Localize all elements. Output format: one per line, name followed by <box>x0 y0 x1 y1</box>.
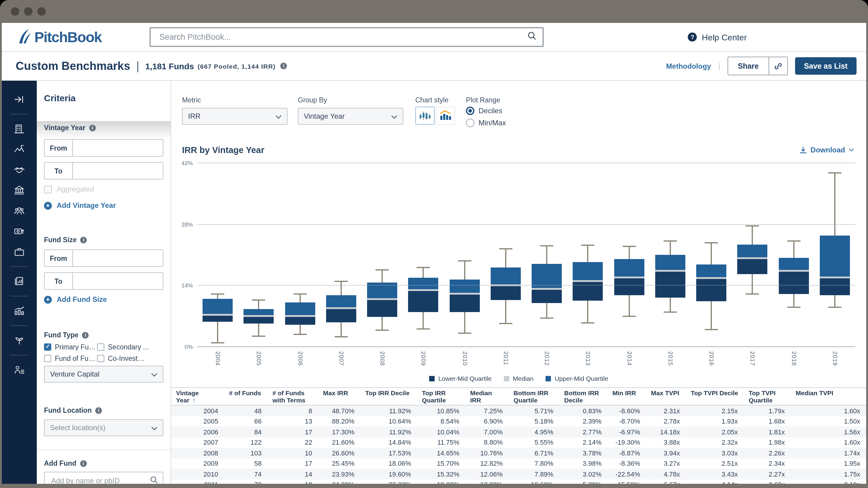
cell-of-funds[interactable]: 84 <box>224 427 268 437</box>
window-control-dot[interactable] <box>11 7 19 16</box>
info-icon[interactable] <box>81 236 87 243</box>
column-header-of-funds-with-terms[interactable]: # of Funds with Terms <box>268 388 318 405</box>
cell-of-funds[interactable]: 58 <box>224 458 268 469</box>
search-icon[interactable] <box>528 31 537 43</box>
download-button[interactable]: Download <box>799 146 854 154</box>
sidebar-item-people[interactable] <box>9 201 30 221</box>
column-header-median-irr[interactable]: Median IRR <box>465 388 509 405</box>
sidebar-item-companies[interactable] <box>9 119 30 139</box>
window-control-dot[interactable] <box>24 7 33 16</box>
window-control-dot[interactable] <box>37 7 46 16</box>
box-plot-2011[interactable] <box>491 163 521 347</box>
fund-size-from-input[interactable] <box>73 250 163 266</box>
column-header-of-funds[interactable]: # of Funds <box>224 388 268 405</box>
sidebar-item-funds[interactable] <box>9 221 30 241</box>
box-plot-2019[interactable] <box>820 163 850 347</box>
sort-ascending-icon[interactable]: ↑ <box>192 396 195 403</box>
fund-size-to-input[interactable] <box>73 273 163 289</box>
sidebar-item-limited-partners[interactable] <box>9 180 30 201</box>
fund-type-option-secondary[interactable]: Secondary ... <box>97 344 149 351</box>
global-search[interactable] <box>150 27 544 47</box>
cell-of-funds[interactable]: 103 <box>224 448 268 458</box>
table-row[interactable]: 200448848.70%11.92%10.85%7.25%5.71%0.83%… <box>171 405 866 416</box>
box-plot-2007[interactable] <box>326 163 356 347</box>
fund-location-dropdown[interactable]: Select location(s) <box>44 419 163 436</box>
box-plot-2005[interactable] <box>244 163 274 347</box>
save-as-list-button[interactable]: Save as List <box>795 57 857 75</box>
info-icon[interactable] <box>80 460 87 466</box>
info-icon[interactable] <box>281 63 287 69</box>
sidebar-item-my-profile[interactable] <box>9 360 30 380</box>
cell-of-funds[interactable]: 48 <box>224 405 268 416</box>
box-plot-2015[interactable] <box>655 163 685 347</box>
box-plot-2004[interactable] <box>203 163 233 347</box>
column-header-top-irr-quartile[interactable]: Top IRR Quartile <box>417 388 465 405</box>
column-header-max-tvpi[interactable]: Max TVPI <box>646 388 686 405</box>
table-row[interactable]: 2006841717.30%11.92%10.04%7.00%4.95%2.77… <box>171 427 866 437</box>
add-fund-size-link[interactable]: Add Fund Size <box>44 295 163 304</box>
metric-dropdown[interactable]: IRR <box>182 108 287 125</box>
info-icon[interactable] <box>82 332 89 338</box>
column-header-median-tvpi[interactable]: Median TVPI <box>791 388 866 405</box>
cell-of-funds[interactable]: 74 <box>224 469 268 479</box>
aggregated-option[interactable]: Aggregated <box>44 185 163 193</box>
column-header-top-tvpi-quartile[interactable]: Top TVPI Quartile <box>744 388 791 405</box>
sidebar-collapse-button[interactable] <box>9 89 30 110</box>
column-header-vintage-year[interactable]: Vintage Year↑ <box>171 388 224 405</box>
column-header-top-irr-decile[interactable]: Top IRR Decile <box>361 388 417 405</box>
sidebar-item-reports[interactable] <box>9 271 30 292</box>
cell-of-funds[interactable]: 70 <box>224 479 268 484</box>
column-header-top-tvpi-decile[interactable]: Top TVPI Decile <box>686 388 744 405</box>
sidebar-item-esg[interactable] <box>9 330 30 351</box>
table-row[interactable]: 20071222221.60%14.84%11.75%8.80%5.55%2.1… <box>171 437 866 448</box>
sidebar-item-deals[interactable] <box>9 139 30 160</box>
cell-of-funds[interactable]: 122 <box>224 437 268 448</box>
box-plot-2016[interactable] <box>696 163 726 347</box>
table-row[interactable]: 2005661388.20%10.64%8.54%6.90%5.18%2.39%… <box>171 416 866 427</box>
add-fund-search[interactable] <box>44 472 163 484</box>
plot-range-option-deciles[interactable]: Deciles <box>466 107 506 115</box>
fund-type-dropdown[interactable]: Venture Capital <box>44 366 163 383</box>
add-vintage-year-link[interactable]: Add Vintage Year <box>44 201 163 210</box>
info-icon[interactable] <box>95 407 102 414</box>
fund-type-option-co-investm[interactable]: Co-Investm... <box>97 355 149 362</box>
methodology-link[interactable]: Methodology <box>666 62 711 70</box>
group-by-dropdown[interactable]: Vintage Year <box>298 108 403 125</box>
fund-type-option-primary-funds[interactable]: Primary Funds <box>44 344 97 351</box>
box-plot-2012[interactable] <box>532 163 562 347</box>
vintage-year-to-input[interactable] <box>73 163 163 179</box>
info-icon[interactable] <box>89 124 96 131</box>
box-plot-2010[interactable] <box>450 163 479 347</box>
box-plot-2006[interactable] <box>285 163 315 347</box>
help-center-link[interactable]: ? Help Center <box>688 32 747 42</box>
box-plot-style-button[interactable] <box>415 107 435 125</box>
column-header-bottom-irr-quartile[interactable]: Bottom IRR Quartile <box>509 388 559 405</box>
share-button[interactable]: Share <box>728 57 769 75</box>
copy-link-button[interactable] <box>769 57 787 75</box>
box-plot-2009[interactable] <box>408 163 438 347</box>
column-header-bottom-irr-decile[interactable]: Bottom IRR Decile <box>559 388 608 405</box>
vintage-year-from-input[interactable] <box>73 140 163 156</box>
sidebar-item-investors[interactable] <box>9 160 30 180</box>
box-plot-2013[interactable] <box>573 163 603 347</box>
pitchbook-logo[interactable]: PitchBook <box>18 28 101 46</box>
plot-range-option-min-max[interactable]: Min/Max <box>466 119 506 127</box>
table-row[interactable]: 20081031026.60%17.53%14.65%10.76%6.71%3.… <box>171 448 866 458</box>
box-plot-2014[interactable] <box>614 163 644 347</box>
sidebar-item-benchmarks[interactable] <box>9 301 30 321</box>
column-header-max-irr[interactable]: Max IRR <box>318 388 361 405</box>
table-row[interactable]: 2011701834.30%22.32%18.02%13.99%10.60%5.… <box>171 479 866 484</box>
box-plot-2008[interactable] <box>367 163 397 347</box>
aggregated-checkbox[interactable] <box>44 185 52 193</box>
box-plot-2017[interactable] <box>738 163 768 347</box>
add-fund-input[interactable] <box>50 476 150 484</box>
table-row[interactable]: 2010741423.93%19.60%15.32%12.06%7.89%3.0… <box>171 469 866 479</box>
table-row[interactable]: 2009581725.45%18.06%15.70%12.82%7.80%3.9… <box>171 458 866 469</box>
search-input[interactable] <box>158 32 528 42</box>
cell-of-funds[interactable]: 66 <box>224 416 268 427</box>
column-header-min-irr[interactable]: Min IRR <box>608 388 646 405</box>
bar-chart-style-button[interactable] <box>436 107 455 125</box>
box-plot-2018[interactable] <box>778 163 809 347</box>
fund-type-option-fund-of-funds[interactable]: Fund of Funds <box>44 355 97 362</box>
sidebar-item-services[interactable] <box>9 241 30 262</box>
